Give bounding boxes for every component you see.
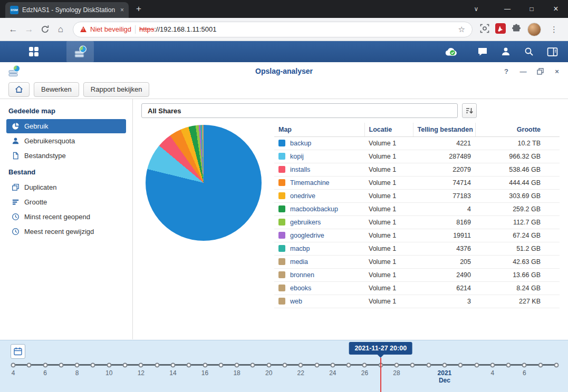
bookmark-star-icon[interactable]: ☆ — [458, 25, 465, 34]
sidebar-item-duplicates[interactable]: Duplicaten — [6, 180, 126, 194]
view-report-button[interactable]: Rapport bekijken — [83, 82, 150, 97]
table-row[interactable]: bronnen Volume 1 2490 13.66 GB — [274, 269, 560, 282]
table-row[interactable]: googledrive Volume 1 19911 67.24 GB — [274, 229, 560, 242]
table-row[interactable]: ebooks Volume 1 6214 8.24 GB — [274, 282, 560, 295]
timeline-tick[interactable] — [155, 362, 159, 367]
app-restore-button[interactable] — [536, 68, 544, 75]
timeline-tick[interactable] — [506, 362, 511, 367]
table-row[interactable]: gebruikers Volume 1 8169 112.7 GB — [274, 216, 560, 229]
profile-avatar[interactable] — [527, 23, 541, 36]
extensions-puzzle-icon[interactable] — [512, 23, 522, 35]
search-button[interactable] — [517, 41, 541, 62]
sidebar-item-user-quota[interactable]: Gebruikersquota — [6, 134, 126, 148]
forward-icon[interactable]: → — [21, 22, 37, 37]
timeline-tick[interactable] — [59, 362, 63, 367]
help-button[interactable]: ? — [503, 67, 510, 75]
share-size: 67.24 GB — [475, 229, 560, 242]
browser-tab[interactable]: DSM EdzNAS1 - Synology DiskStation × — [5, 2, 129, 18]
table-row[interactable]: macbp Volume 1 4376 51.2 GB — [274, 242, 560, 256]
share-selector[interactable]: All Shares — [141, 103, 458, 118]
table-row[interactable]: macbookbackup Volume 1 4 259.2 GB — [274, 203, 560, 216]
window-maximize-button[interactable]: □ — [519, 0, 544, 18]
window-close-button[interactable]: × — [544, 0, 568, 18]
table-row[interactable]: onedrive Volume 1 77183 303.69 GB — [274, 190, 560, 203]
sidebar-item-most-recently-modified[interactable]: Meest recent gewijzigd — [6, 224, 126, 239]
new-tab-button[interactable]: + — [136, 4, 141, 14]
timeline-tick[interactable] — [314, 362, 319, 367]
timeline-tick[interactable] — [554, 362, 559, 367]
not-secure-label[interactable]: Niet beveiligd — [90, 25, 131, 33]
reload-icon[interactable] — [37, 22, 53, 37]
timeline-tick[interactable] — [490, 362, 495, 367]
timeline-tick[interactable] — [410, 362, 415, 367]
timeline-tick[interactable] — [187, 362, 191, 367]
timeline-tick[interactable] — [11, 362, 16, 367]
cloud-sync-status-button[interactable] — [439, 41, 463, 62]
tab-search-chevron-icon[interactable]: ∨ — [465, 5, 488, 13]
timeline-tick[interactable] — [170, 362, 175, 367]
timeline-tick[interactable] — [346, 362, 351, 367]
table-row[interactable]: backup Volume 1 4221 10.2 TB — [274, 137, 560, 150]
timeline-tick[interactable] — [458, 362, 463, 367]
timeline-tick[interactable] — [522, 362, 527, 367]
timeline-tick[interactable] — [362, 362, 367, 367]
timeline-tick[interactable] — [538, 362, 543, 367]
share-file-count: 287489 — [413, 150, 475, 163]
timeline-tick[interactable] — [139, 362, 143, 367]
address-bar[interactable]: Niet beveiligd https://192.168.1.11:5001… — [73, 22, 473, 37]
tab-close-icon[interactable]: × — [120, 7, 124, 13]
sidebar-item-file-type[interactable]: Bestandstype — [6, 149, 126, 163]
capture-extension-icon[interactable] — [480, 24, 489, 35]
calendar-button[interactable] — [11, 344, 25, 359]
column-header-map[interactable]: Map — [274, 123, 364, 137]
back-icon[interactable]: ← — [5, 22, 21, 37]
column-header-location[interactable]: Locatie — [364, 123, 413, 137]
timeline-tick[interactable] — [474, 362, 479, 367]
column-header-file-count[interactable]: Telling bestanden — [413, 123, 475, 137]
notifications-button[interactable] — [471, 41, 494, 62]
app-minimize-button[interactable]: — — [519, 67, 527, 75]
timeline-tick[interactable] — [442, 362, 447, 367]
timeline-track[interactable] — [13, 364, 556, 366]
timeline-tick[interactable] — [27, 362, 32, 367]
table-row[interactable]: Timemachine Volume 1 74714 444.44 GB — [274, 177, 560, 190]
table-row[interactable]: web Volume 1 3 227 KB — [274, 295, 560, 308]
timeline-tick[interactable] — [283, 362, 287, 367]
main-menu-button[interactable] — [20, 41, 47, 62]
table-row[interactable]: kopij Volume 1 287489 966.32 GB — [274, 150, 560, 163]
pdf-extension-icon[interactable] — [495, 23, 506, 36]
timeline-tick[interactable] — [75, 362, 80, 367]
timeline-tick[interactable] — [299, 362, 303, 367]
share-color-swatch — [278, 285, 285, 291]
column-header-size[interactable]: Grootte — [475, 123, 560, 137]
timeline-tick[interactable] — [426, 362, 431, 367]
timeline-tick[interactable] — [266, 362, 271, 367]
home-button[interactable] — [8, 82, 30, 97]
browser-home-icon[interactable]: ⌂ — [53, 22, 69, 37]
edit-button[interactable]: Bewerken — [34, 82, 79, 97]
timeline-tick[interactable] — [107, 362, 111, 367]
window-minimize-button[interactable]: — — [495, 0, 519, 18]
url-text[interactable]: https://192.168.1.11:5001 — [139, 25, 217, 33]
sidebar-item-least-recently-opened[interactable]: Minst recent geopend — [6, 210, 126, 224]
sort-button[interactable] — [462, 103, 477, 118]
storage-analyzer-taskbar-button[interactable] — [66, 41, 94, 62]
timeline-tick[interactable] — [330, 362, 335, 367]
timeline-tick[interactable] — [43, 362, 47, 367]
sidebar-item-size[interactable]: Grootte — [6, 195, 126, 209]
browser-menu-icon[interactable]: ⋮ — [547, 25, 561, 34]
timeline-marker[interactable] — [380, 358, 381, 392]
table-row[interactable]: installs Volume 1 22079 538.46 GB — [274, 163, 560, 177]
timeline-tick[interactable] — [235, 362, 239, 367]
widgets-button[interactable] — [541, 41, 564, 62]
sidebar-item-usage[interactable]: Gebruik — [6, 119, 126, 133]
timeline-tick[interactable] — [218, 362, 223, 367]
timeline-tick[interactable] — [203, 362, 207, 367]
user-options-button[interactable] — [494, 41, 517, 62]
timeline-tick[interactable] — [251, 362, 255, 367]
timeline-tick[interactable] — [394, 362, 399, 367]
timeline-tick[interactable] — [123, 362, 128, 367]
timeline-tick[interactable] — [91, 362, 95, 367]
app-close-button[interactable]: × — [553, 67, 561, 75]
table-row[interactable]: media Volume 1 205 42.63 GB — [274, 256, 560, 269]
